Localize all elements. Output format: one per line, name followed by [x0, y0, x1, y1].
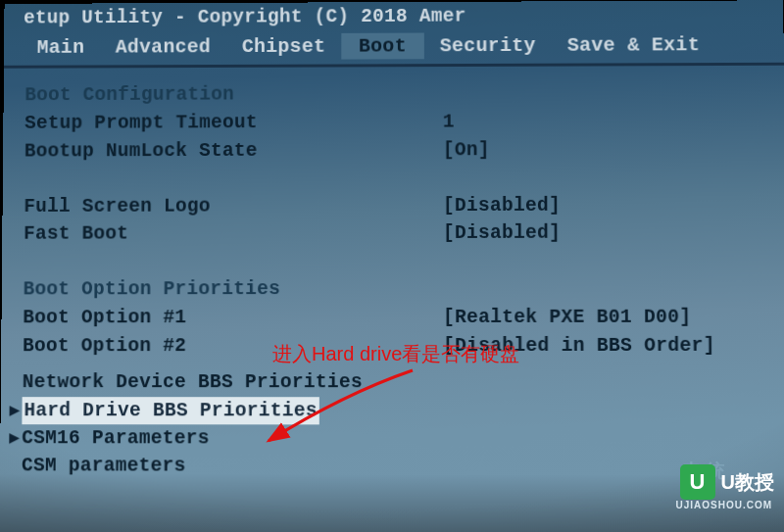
watermark-brand: U教授: [721, 469, 774, 496]
full-screen-logo-label: Full Screen Logo: [24, 192, 443, 221]
selection-caret-icon: ▶: [9, 398, 20, 423]
bottom-shade: [0, 473, 784, 532]
annotation-text: 进入Hard drive看是否有硬盘: [272, 341, 519, 367]
menu-main[interactable]: Main: [22, 34, 100, 61]
annotation-arrow-icon: [251, 364, 427, 453]
shield-icon: U: [680, 464, 715, 500]
watermark-logo: U U教授: [680, 464, 774, 500]
utility-title: etup Utility - Copyright (C) 2018 Amer: [24, 6, 466, 29]
fast-boot-label: Fast Boot: [24, 219, 443, 248]
watermark-url: UJIAOSHOU.COM: [675, 500, 772, 510]
fast-boot-value[interactable]: [Disabled]: [443, 219, 765, 248]
boot-option-1-value[interactable]: [Realtek PXE B01 D00]: [443, 304, 766, 332]
submenu-caret-icon: ▶: [9, 425, 20, 451]
menu-boot[interactable]: Boot: [341, 33, 424, 60]
full-screen-logo-value[interactable]: [Disabled]: [443, 191, 765, 220]
menu-advanced[interactable]: Advanced: [100, 33, 226, 60]
bootup-numlock-value[interactable]: [On]: [443, 135, 765, 165]
boot-option-1-label: Boot Option #1: [23, 304, 443, 332]
title-bar: etup Utility - Copyright (C) 2018 Amer: [4, 0, 783, 31]
bootup-numlock-label: Bootup NumLock State: [24, 136, 443, 166]
setup-prompt-timeout-label: Setup Prompt Timeout: [24, 109, 443, 138]
menu-bar: Main Advanced Chipset Boot Security Save…: [4, 28, 784, 69]
menu-security[interactable]: Security: [424, 32, 552, 59]
menu-chipset[interactable]: Chipset: [226, 33, 341, 60]
menu-save-exit[interactable]: Save & Exit: [552, 31, 716, 58]
boot-configuration-heading: Boot Configuration: [24, 80, 443, 110]
boot-option-priorities-heading: Boot Option Priorities: [23, 275, 443, 304]
setup-prompt-timeout-value[interactable]: 1: [443, 107, 765, 136]
